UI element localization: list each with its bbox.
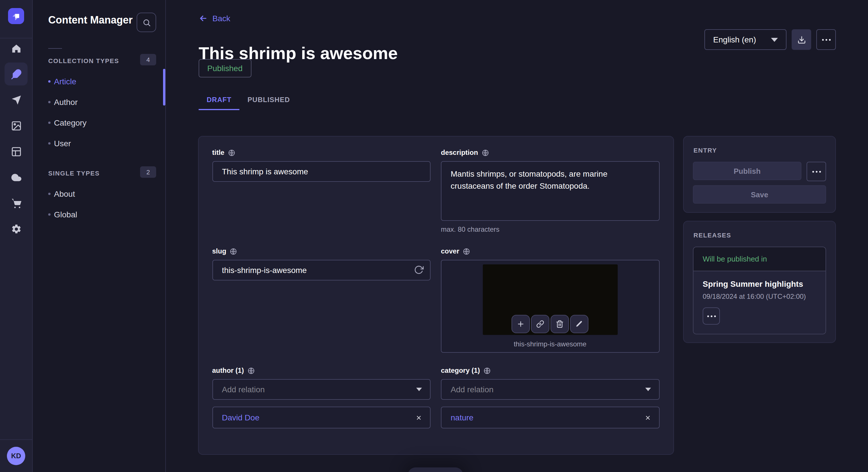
copy-link-button[interactable]	[531, 315, 550, 333]
home-icon[interactable]	[5, 37, 28, 60]
section-label-single-types: SINGLE TYPES	[48, 170, 100, 177]
field-author: author (1) Add relation David Doe	[212, 367, 431, 429]
sidebar-item-article[interactable]: Article	[33, 71, 165, 92]
release-card-header: Will be published in	[693, 247, 826, 271]
releases-panel-title: RELEASES	[693, 232, 826, 239]
avatar-initials: KD	[11, 452, 21, 460]
cover-media-box: this-shrimp-is-awesome	[441, 260, 659, 353]
globe-icon	[228, 149, 236, 156]
status-badge: Published	[198, 59, 251, 77]
category-relation-item: nature	[441, 407, 659, 429]
user-avatar[interactable]: KD	[7, 447, 25, 465]
cover-image-mantis-shrimp[interactable]	[483, 264, 618, 335]
globe-icon	[229, 247, 237, 255]
combobox-placeholder: Add relation	[451, 385, 493, 394]
strapi-logo[interactable]	[8, 8, 24, 24]
plus-icon	[517, 320, 525, 328]
tab-draft[interactable]: DRAFT	[198, 91, 239, 110]
field-label-text: cover	[441, 247, 459, 255]
description-hint: max. 80 characters	[441, 225, 659, 233]
locale-select[interactable]: English (en)	[705, 29, 786, 50]
close-icon	[644, 414, 651, 421]
field-label-text: author (1)	[212, 367, 244, 374]
author-add-relation-combobox[interactable]: Add relation	[212, 379, 431, 400]
publish-button[interactable]: Publish	[693, 162, 801, 180]
globe-icon	[463, 247, 470, 255]
settings-gear-icon[interactable]	[5, 217, 28, 240]
regenerate-slug-button[interactable]	[414, 265, 424, 275]
content-manager-feather-icon[interactable]	[5, 63, 28, 86]
field-label-text: category (1)	[441, 367, 480, 374]
sidebar-item-author[interactable]: Author	[33, 92, 165, 112]
content-type-builder-layout-icon[interactable]	[5, 140, 28, 163]
chevron-down-icon	[416, 388, 422, 391]
relation-link[interactable]: David Doe	[222, 413, 259, 422]
sidebar-item-label: Global	[54, 210, 77, 219]
tab-published[interactable]: PUBLISHED	[239, 91, 298, 110]
combobox-placeholder: Add relation	[222, 385, 265, 394]
sidebar-item-user[interactable]: User	[33, 133, 165, 154]
refresh-icon	[414, 265, 424, 275]
release-title[interactable]: Spring Summer highlights	[703, 279, 816, 289]
paper-plane-icon[interactable]	[5, 88, 28, 111]
release-date: 09/18/2024 at 16:00 (UTC+02:00)	[703, 293, 816, 301]
field-cover: cover	[441, 247, 659, 353]
header-more-button[interactable]	[816, 29, 836, 50]
chevron-down-icon	[771, 38, 778, 42]
field-cover-label-row: cover	[441, 247, 659, 255]
marketplace-cart-icon[interactable]	[5, 192, 28, 214]
slug-input[interactable]	[212, 260, 431, 280]
delete-media-button[interactable]	[551, 315, 569, 333]
globe-icon	[482, 149, 489, 156]
entry-form-card: title description Mantis shrimps, or sto…	[198, 136, 674, 455]
description-textarea[interactable]: Mantis shrimps, or stomatopods, are mari…	[441, 161, 659, 221]
sidebar-item-label: Category	[54, 118, 87, 127]
field-label-text: slug	[212, 247, 226, 255]
bullet-icon	[48, 122, 51, 124]
bullet-icon	[48, 80, 51, 82]
content-manager-subnav: Content Manager COLLECTION TYPES 4 Artic…	[33, 0, 166, 472]
arrow-left-icon	[198, 14, 208, 23]
remove-relation-button[interactable]	[415, 414, 422, 421]
media-library-images-icon[interactable]	[5, 114, 28, 137]
add-media-button[interactable]	[512, 315, 530, 333]
field-label-text: title	[212, 148, 224, 157]
field-slug: slug	[212, 247, 431, 353]
cover-actions	[512, 315, 589, 333]
field-description-label-row: description	[441, 148, 659, 157]
single-types-count-badge: 2	[140, 166, 156, 178]
sidebar-item-global[interactable]: Global	[33, 204, 165, 225]
subnav-title: Content Manager	[48, 14, 133, 26]
author-relation-item: David Doe	[212, 407, 431, 429]
save-button[interactable]: Save	[693, 185, 826, 204]
back-link[interactable]: Back	[198, 14, 230, 23]
bullet-icon	[48, 142, 51, 144]
sidebar-item-category[interactable]: Category	[33, 112, 165, 133]
ellipsis-icon	[822, 39, 830, 40]
release-more-button[interactable]	[703, 307, 720, 325]
category-add-relation-combobox[interactable]: Add relation	[441, 379, 659, 400]
link-icon	[536, 320, 545, 328]
collection-types-count-badge: 4	[140, 54, 156, 65]
release-card-body: Spring Summer highlights 09/18/2024 at 1…	[693, 271, 826, 334]
entry-panel: ENTRY Publish Save	[683, 136, 836, 213]
bottom-cutoff-button[interactable]	[408, 467, 463, 472]
search-button[interactable]	[136, 12, 156, 32]
back-label: Back	[212, 14, 230, 23]
releases-panel: RELEASES Will be published in Spring Sum…	[683, 221, 836, 343]
sidebar-item-about[interactable]: About	[33, 183, 165, 204]
field-category: category (1) Add relation nature	[441, 367, 659, 429]
cloud-icon[interactable]	[5, 166, 28, 189]
bullet-icon	[48, 213, 51, 216]
sidebar-item-label: User	[54, 139, 71, 148]
edit-media-button[interactable]	[570, 315, 589, 333]
title-input[interactable]	[212, 161, 431, 182]
export-download-button[interactable]	[792, 29, 811, 50]
bullet-icon	[48, 101, 51, 103]
remove-relation-button[interactable]	[644, 414, 651, 421]
subnav-scrollbar-thumb[interactable]	[163, 69, 165, 105]
relation-link[interactable]: nature	[451, 413, 473, 422]
entry-more-button[interactable]	[807, 162, 826, 181]
sidebar-item-label: Author	[54, 98, 78, 107]
main-nav-rail: KD	[0, 0, 33, 472]
